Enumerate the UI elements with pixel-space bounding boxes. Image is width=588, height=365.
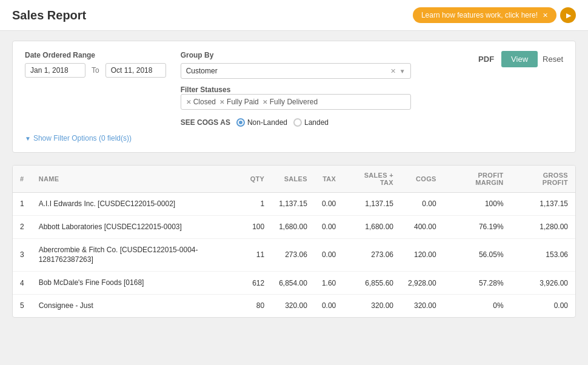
table-row: 4 Bob McDale's Fine Foods [0168] 612 6,8… — [13, 272, 575, 295]
banner-text: Learn how features work, click here! — [421, 11, 538, 19]
fully-delivered-label: Fully Delivered — [270, 98, 318, 106]
cell-num: 4 — [13, 272, 32, 295]
cell-cogs: 0.00 — [401, 193, 444, 216]
col-num: # — [13, 166, 32, 193]
cell-sales: 1,137.15 — [272, 193, 315, 216]
table-header-row: # NAME QTY SALES TAX SALES + TAX COGS PR… — [13, 166, 575, 193]
cogs-label: SEE COGS AS — [181, 118, 230, 127]
chevron-down-icon: ▼ — [399, 68, 406, 75]
col-tax: TAX — [315, 166, 343, 193]
cell-sales-tax: 6,855.60 — [343, 272, 401, 295]
cell-name: Abbott Laboratories [CUSDEC122015-0003] — [32, 215, 243, 238]
cell-num: 5 — [13, 294, 32, 316]
date-to-input[interactable] — [105, 63, 166, 78]
col-profit-margin: PROFIT MARGIN — [444, 166, 511, 193]
col-qty: QTY — [243, 166, 272, 193]
cell-gross-profit: 153.06 — [511, 238, 575, 272]
closed-remove-icon[interactable]: ✕ — [186, 99, 191, 105]
view-button[interactable]: View — [501, 51, 538, 67]
col-sales: SALES — [272, 166, 315, 193]
date-from-input[interactable] — [25, 63, 85, 78]
cell-gross-profit: 0.00 — [511, 294, 575, 316]
cell-sales-tax: 320.00 — [343, 294, 401, 316]
play-icon: ▶ — [566, 12, 571, 19]
cell-cogs: 120.00 — [401, 238, 444, 272]
cell-sales: 320.00 — [272, 294, 315, 316]
banner-play-button[interactable]: ▶ — [560, 7, 576, 23]
cell-qty: 1 — [243, 193, 272, 216]
action-buttons: PDF View Reset — [476, 51, 563, 67]
group-by-dropdown[interactable]: Customer ✕ ▼ — [181, 63, 411, 79]
cell-tax: 0.00 — [315, 294, 343, 316]
show-filter-options[interactable]: ▼ Show Filter Options (0 field(s)) — [25, 134, 563, 142]
status-tags-container: ✕ Closed ✕ Fully Paid ✕ Fully Delivered — [181, 94, 411, 110]
cell-qty: 612 — [243, 272, 272, 295]
group-by-label: Group By — [181, 51, 411, 59]
filter-statuses-label: Filter Statuses — [181, 85, 231, 94]
cell-sales-tax: 273.06 — [343, 238, 401, 272]
date-range-section: Date Ordered Range To — [25, 51, 166, 78]
learn-banner[interactable]: Learn how features work, click here! ✕ — [413, 7, 556, 23]
cell-tax: 1.60 — [315, 272, 343, 295]
landed-radio[interactable] — [293, 118, 302, 127]
cell-qty: 11 — [243, 238, 272, 272]
cell-num: 1 — [13, 193, 32, 216]
cell-cogs: 400.00 — [401, 215, 444, 238]
cell-name: Abercrombie & Fitch Co. [CUSDEC122015-00… — [32, 238, 243, 272]
col-gross-profit: GROSS PROFIT — [511, 166, 575, 193]
group-by-section: Group By Customer ✕ ▼ Filter Statuses ✕ … — [181, 51, 411, 127]
page-title: Sales Report — [12, 8, 86, 22]
landed-label: Landed — [304, 118, 329, 127]
date-range-row: To — [25, 63, 166, 78]
fully-delivered-remove-icon[interactable]: ✕ — [262, 99, 267, 105]
fully-paid-label: Fully Paid — [227, 98, 259, 106]
closed-label: Closed — [193, 98, 216, 106]
cell-gross-profit: 3,926.00 — [511, 272, 575, 295]
cogs-non-landed-option[interactable]: Non-Landed — [236, 118, 287, 127]
non-landed-label: Non-Landed — [247, 118, 287, 127]
cogs-row: SEE COGS AS Non-Landed Landed — [181, 118, 411, 127]
filter-panel: Date Ordered Range To Group By Customer … — [12, 41, 576, 153]
cell-tax: 0.00 — [315, 193, 343, 216]
cell-num: 3 — [13, 238, 32, 272]
filter-statuses-section: Filter Statuses ✕ Closed ✕ Fully Paid ✕ — [181, 85, 411, 110]
cell-profit-margin: 0% — [444, 294, 511, 316]
non-landed-radio[interactable] — [236, 118, 245, 127]
col-sales-tax: SALES + TAX — [343, 166, 401, 193]
fully-paid-remove-icon[interactable]: ✕ — [219, 99, 224, 105]
cell-gross-profit: 1,137.15 — [511, 193, 575, 216]
reset-button[interactable]: Reset — [543, 55, 563, 64]
date-separator: To — [90, 66, 101, 75]
col-cogs: COGS — [401, 166, 444, 193]
filter-top-row: Date Ordered Range To Group By Customer … — [25, 51, 563, 127]
cell-sales: 6,854.00 — [272, 272, 315, 295]
status-tag-closed: ✕ Closed — [186, 98, 216, 106]
cell-profit-margin: 57.28% — [444, 272, 511, 295]
cell-qty: 80 — [243, 294, 272, 316]
cell-cogs: 320.00 — [401, 294, 444, 316]
cell-tax: 0.00 — [315, 238, 343, 272]
date-range-label: Date Ordered Range — [25, 51, 166, 59]
status-tag-fully-delivered: ✕ Fully Delivered — [262, 98, 318, 106]
pdf-button[interactable]: PDF — [476, 52, 496, 66]
sales-table: # NAME QTY SALES TAX SALES + TAX COGS PR… — [13, 166, 575, 317]
cell-sales: 273.06 — [272, 238, 315, 272]
cell-name: A.I.I Edwards Inc. [CUSDEC122015-0002] — [32, 193, 243, 216]
table-row: 1 A.I.I Edwards Inc. [CUSDEC122015-0002]… — [13, 193, 575, 216]
col-name: NAME — [32, 166, 243, 193]
cell-profit-margin: 56.05% — [444, 238, 511, 272]
show-filter-label: Show Filter Options (0 field(s)) — [33, 134, 132, 142]
data-table-container: # NAME QTY SALES TAX SALES + TAX COGS PR… — [12, 165, 576, 318]
cell-cogs: 2,928.00 — [401, 272, 444, 295]
table-row: 3 Abercrombie & Fitch Co. [CUSDEC122015-… — [13, 238, 575, 272]
banner-close-icon[interactable]: ✕ — [543, 12, 548, 19]
banner-area: Learn how features work, click here! ✕ ▶ — [413, 7, 576, 23]
cell-profit-margin: 100% — [444, 193, 511, 216]
cell-name: Consignee - Just — [32, 294, 243, 316]
cell-tax: 0.00 — [315, 215, 343, 238]
table-row: 5 Consignee - Just 80 320.00 0.00 320.00… — [13, 294, 575, 316]
cell-profit-margin: 76.19% — [444, 215, 511, 238]
group-by-clear-icon[interactable]: ✕ — [390, 67, 396, 75]
cell-qty: 100 — [243, 215, 272, 238]
cogs-landed-option[interactable]: Landed — [293, 118, 329, 127]
